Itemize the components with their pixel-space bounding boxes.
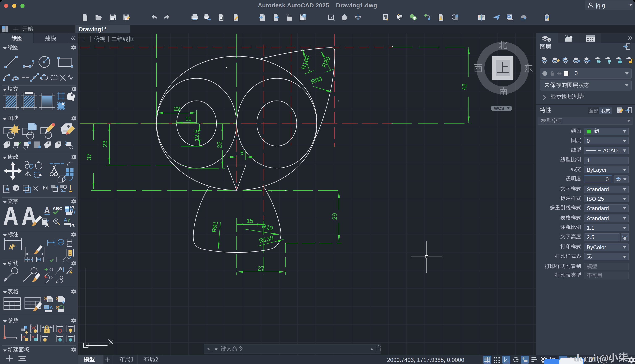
svg-text:27: 27 — [258, 265, 264, 272]
svg-text:11: 11 — [185, 116, 192, 122]
svg-text:A: A — [44, 206, 50, 215]
svg-text:PDF: PDF — [70, 205, 75, 209]
svg-text:23: 23 — [102, 140, 108, 147]
svg-text:A: A — [64, 217, 67, 222]
svg-text:A: A — [45, 222, 49, 228]
svg-text:S: S — [44, 296, 48, 301]
svg-text:15: 15 — [246, 218, 253, 224]
svg-text:22: 22 — [174, 106, 180, 112]
svg-text:42: 42 — [461, 84, 468, 90]
svg-text:25: 25 — [216, 142, 223, 148]
svg-text:37: 37 — [86, 154, 92, 160]
svg-text:A: A — [50, 305, 53, 310]
svg-text:A: A — [54, 219, 58, 224]
svg-text:WCS: WCS — [494, 106, 504, 111]
svg-text:>_: >_ — [207, 346, 213, 352]
svg-text:29: 29 — [331, 213, 338, 220]
svg-text:PDF: PDF — [70, 223, 75, 227]
svg-text:+: + — [82, 36, 86, 42]
svg-text:5: 5 — [240, 150, 244, 156]
svg-text:ABC: ABC — [52, 206, 62, 211]
svg-text:A: A — [74, 209, 75, 215]
svg-text:12,5: 12,5 — [194, 130, 200, 141]
